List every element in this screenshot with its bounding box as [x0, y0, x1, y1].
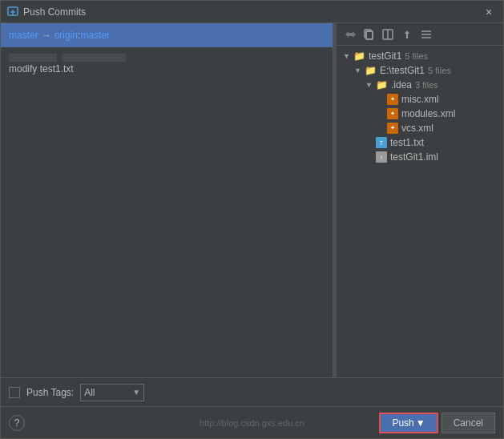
tree-count-idea: 3 files — [415, 80, 438, 90]
push-tags-checkbox[interactable] — [9, 387, 20, 398]
tree-label-path: E:\testGit1 — [380, 65, 425, 76]
toolbar-btn-3[interactable] — [380, 26, 396, 42]
tree-item-modules-xml[interactable]: ▶ ✦ modules.xml — [337, 107, 503, 121]
bottom-bar: Push Tags: All ▼ — [1, 377, 503, 406]
xml-icon-vcs: ✦ — [387, 123, 398, 134]
dialog-icon — [7, 6, 18, 18]
svg-marker-8 — [405, 30, 409, 38]
toolbar-btn-1[interactable] — [341, 26, 357, 42]
tree-label-idea: .idea — [391, 79, 412, 91]
push-button-label: Push — [392, 417, 413, 429]
dialog-title: Push Commits — [23, 6, 481, 18]
branch-header: master → origin : master — [1, 23, 333, 47]
tree-label-root: testGit1 — [369, 50, 401, 62]
tree-count-root: 5 files — [405, 51, 428, 61]
watermark-text: http://blog.csdn.gxs.edu.cn — [200, 418, 304, 428]
push-button[interactable]: Push ▼ — [379, 413, 437, 433]
commit-author-block — [62, 54, 126, 62]
file-tree: ▼ 📁 testGit1 5 files ▼ 📁 E:\testGit1 5 f… — [337, 46, 503, 377]
commit-hash-row — [9, 54, 325, 62]
tree-item-vcs-xml[interactable]: ▶ ✦ vcs.xml — [337, 121, 503, 135]
file-icon-iml: I — [376, 151, 387, 163]
right-toolbar — [337, 23, 503, 46]
tree-item-misc-xml[interactable]: ▶ ✦ misc.xml — [337, 92, 503, 107]
close-button[interactable]: × — [481, 4, 497, 20]
commit-hash-block — [9, 54, 57, 62]
tags-dropdown-value: All — [84, 387, 95, 398]
toolbar-btn-2[interactable] — [361, 26, 377, 42]
left-panel: master → origin : master modify test1.tx… — [1, 23, 333, 377]
footer-bar: ? http://blog.csdn.gxs.edu.cn Push ▼ Can… — [1, 406, 503, 438]
commit-item[interactable]: modify test1.txt — [1, 50, 333, 78]
tree-label-modules-xml: modules.xml — [401, 108, 455, 119]
tree-item-path[interactable]: ▼ 📁 E:\testGit1 5 files — [337, 63, 503, 78]
toolbar-btn-5[interactable] — [418, 26, 434, 42]
tree-item-test1-txt[interactable]: ▶ T test1.txt — [337, 135, 503, 150]
tree-item-idea[interactable]: ▼ 📁 .idea 3 files — [337, 78, 503, 92]
remote-branch[interactable]: master — [80, 30, 110, 41]
main-content: master → origin : master modify test1.tx… — [1, 23, 503, 377]
tree-arrow-idea: ▼ — [365, 81, 373, 89]
title-bar: Push Commits × — [1, 1, 503, 23]
tree-label-vcs-xml: vcs.xml — [401, 123, 433, 134]
right-panel: ▼ 📁 testGit1 5 files ▼ 📁 E:\testGit1 5 f… — [337, 23, 503, 377]
footer-buttons: Push ▼ Cancel — [379, 413, 495, 433]
folder-icon-path: 📁 — [365, 65, 377, 76]
tags-dropdown[interactable]: All ▼ — [80, 384, 144, 401]
remote-origin[interactable]: origin — [54, 30, 78, 41]
commit-message: modify test1.txt — [9, 63, 325, 75]
xml-icon-modules: ✦ — [387, 108, 398, 119]
tree-item-testgit1-iml[interactable]: ▶ I testGit1.iml — [337, 150, 503, 164]
xml-icon-misc: ✦ — [387, 94, 398, 105]
tree-arrow-root: ▼ — [343, 52, 351, 60]
commits-list: modify test1.txt — [1, 47, 333, 377]
chevron-down-icon: ▼ — [132, 388, 140, 397]
folder-icon-idea: 📁 — [376, 79, 388, 91]
push-tags-label: Push Tags: — [26, 387, 74, 398]
tree-item-root[interactable]: ▼ 📁 testGit1 5 files — [337, 49, 503, 63]
branch-arrow: → — [42, 30, 51, 41]
tree-arrow-path: ▼ — [354, 66, 362, 75]
tree-label-test1-txt: test1.txt — [390, 137, 424, 148]
help-button[interactable]: ? — [9, 415, 25, 431]
toolbar-btn-4[interactable] — [399, 26, 415, 42]
folder-icon-root: 📁 — [353, 50, 365, 62]
tree-label-testgit1-iml: testGit1.iml — [390, 151, 438, 163]
tree-count-path: 5 files — [428, 66, 451, 75]
file-icon-test1: T — [376, 137, 387, 148]
tree-label-misc-xml: misc.xml — [401, 94, 439, 105]
push-dropdown-arrow: ▼ — [416, 417, 425, 429]
cancel-button[interactable]: Cancel — [442, 413, 495, 433]
push-commits-dialog: Push Commits × master → origin : master … — [0, 0, 504, 439]
svg-rect-4 — [366, 31, 373, 39]
local-branch[interactable]: master — [9, 30, 38, 41]
